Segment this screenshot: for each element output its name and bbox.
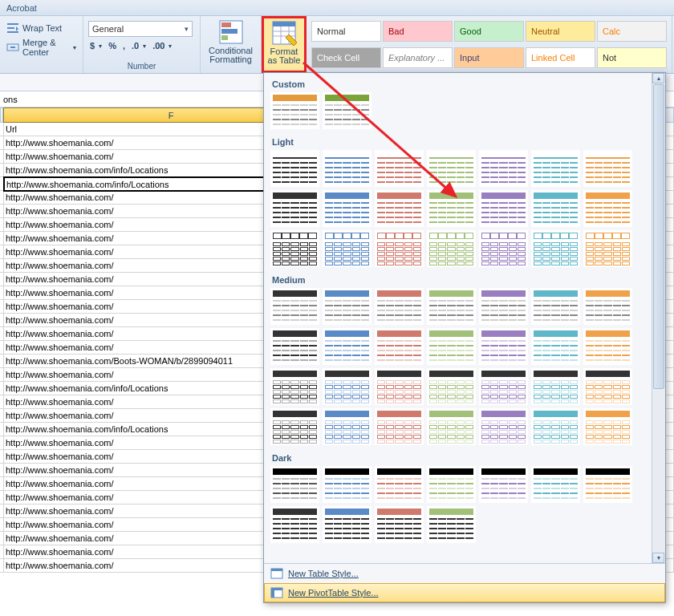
table-style-thumb[interactable] <box>531 328 580 365</box>
cell-style-normal[interactable]: Normal <box>311 21 381 42</box>
table-style-thumb[interactable] <box>270 92 319 129</box>
table-style-thumb[interactable] <box>270 230 319 267</box>
svg-rect-8 <box>221 35 228 40</box>
svg-rect-4 <box>10 47 15 48</box>
table-style-thumb[interactable] <box>375 368 424 405</box>
table-style-thumb[interactable] <box>375 408 424 445</box>
table-style-thumb[interactable] <box>375 466 424 503</box>
table-style-thumb[interactable] <box>270 328 319 365</box>
table-style-thumb[interactable] <box>531 230 580 267</box>
new-table-style-button[interactable]: New Table Style... <box>264 564 665 583</box>
table-style-thumb[interactable] <box>270 506 319 543</box>
cell-style-neutral[interactable]: Neutral <box>526 21 595 42</box>
table-style-thumb[interactable] <box>531 288 580 325</box>
table-style-thumb[interactable] <box>427 150 476 187</box>
table-style-thumb[interactable] <box>479 288 528 325</box>
cell-style-linkedcell[interactable]: Linked Cell <box>526 47 595 68</box>
table-style-thumb[interactable] <box>583 466 632 503</box>
wrap-text-button[interactable]: Wrap Text <box>5 21 63 35</box>
table-style-thumb[interactable] <box>323 150 372 187</box>
table-style-thumb[interactable] <box>427 506 476 543</box>
number-fmt-4[interactable]: .00▾ <box>151 40 173 51</box>
table-style-thumb[interactable] <box>531 150 580 187</box>
table-style-thumb[interactable] <box>270 150 319 187</box>
table-style-thumb[interactable] <box>427 408 476 445</box>
table-style-thumb[interactable] <box>427 368 476 405</box>
cell-style-calc[interactable]: Calc <box>597 21 667 42</box>
table-style-thumb[interactable] <box>583 150 632 187</box>
table-style-thumb[interactable] <box>583 230 632 267</box>
table-style-thumb[interactable] <box>323 92 372 129</box>
table-style-thumb[interactable] <box>531 368 580 405</box>
table-style-thumb[interactable] <box>375 150 424 187</box>
cell-style-input[interactable]: Input <box>454 47 524 68</box>
table-style-thumb[interactable] <box>479 150 528 187</box>
table-style-thumb[interactable] <box>479 408 528 445</box>
scroll-thumb[interactable] <box>653 84 664 389</box>
table-style-thumb[interactable] <box>375 230 424 267</box>
table-style-thumb[interactable] <box>270 408 319 445</box>
number-fmt-3[interactable]: .0▾ <box>130 40 148 51</box>
table-style-thumb[interactable] <box>479 230 528 267</box>
number-fmt-2[interactable]: , <box>121 40 127 51</box>
number-format-combo[interactable]: General <box>88 21 193 37</box>
format-as-table-button[interactable]: Format as Table <box>262 16 307 73</box>
table-style-thumb[interactable] <box>531 408 580 445</box>
table-style-thumb[interactable] <box>583 408 632 445</box>
number-fmt-1[interactable]: % <box>107 40 118 51</box>
table-style-thumb[interactable] <box>270 368 319 405</box>
merge-center-button[interactable]: Merge & Center ▾ <box>5 37 78 58</box>
table-style-thumb[interactable] <box>479 368 528 405</box>
cell-style-bad[interactable]: Bad <box>383 21 453 42</box>
cell-style-explanatory[interactable]: Explanatory ... <box>383 47 453 68</box>
svg-rect-7 <box>221 29 238 34</box>
table-style-thumb[interactable] <box>323 466 372 503</box>
table-style-thumb[interactable] <box>323 368 372 405</box>
table-style-thumb[interactable] <box>583 190 632 227</box>
number-fmt-0[interactable]: $▾ <box>88 40 104 51</box>
format-as-table-icon <box>271 20 297 46</box>
table-style-thumb[interactable] <box>583 328 632 365</box>
table-style-thumb[interactable] <box>270 288 319 325</box>
cell-style-not[interactable]: Not <box>597 47 667 68</box>
scroll-up-icon[interactable]: ▴ <box>652 73 664 83</box>
conditional-formatting-button[interactable]: Conditional Formatting <box>205 18 256 66</box>
table-style-thumb[interactable] <box>375 506 424 543</box>
table-style-thumb[interactable] <box>270 466 319 503</box>
table-style-thumb[interactable] <box>375 328 424 365</box>
cell-style-good[interactable]: Good <box>454 21 524 42</box>
table-style-thumb[interactable] <box>375 190 424 227</box>
table-style-thumb[interactable] <box>323 190 372 227</box>
table-style-thumb[interactable] <box>323 230 372 267</box>
table-style-thumb[interactable] <box>427 466 476 503</box>
svg-rect-16 <box>271 569 282 571</box>
table-style-thumb[interactable] <box>427 190 476 227</box>
table-icon <box>270 567 283 580</box>
wrap-text-icon <box>6 22 19 34</box>
table-style-thumb[interactable] <box>583 288 632 325</box>
table-style-thumb[interactable] <box>479 466 528 503</box>
table-style-thumb[interactable] <box>427 288 476 325</box>
table-style-thumb[interactable] <box>323 328 372 365</box>
table-style-thumb[interactable] <box>323 408 372 445</box>
table-style-thumb[interactable] <box>531 190 580 227</box>
table-style-thumb[interactable] <box>531 466 580 503</box>
table-style-thumb[interactable] <box>583 368 632 405</box>
scroll-down-icon[interactable]: ▾ <box>652 553 664 563</box>
svg-rect-1 <box>7 27 14 29</box>
table-style-thumb[interactable] <box>479 190 528 227</box>
new-pivottable-style-button[interactable]: New PivotTable Style... <box>264 583 665 602</box>
conditional-formatting-icon <box>218 19 244 45</box>
title-bar: Acrobat <box>0 0 674 16</box>
app-title: Acrobat <box>6 3 37 13</box>
table-style-thumb[interactable] <box>375 288 424 325</box>
table-style-thumb[interactable] <box>270 190 319 227</box>
svg-rect-6 <box>221 22 231 27</box>
cell-style-checkcell[interactable]: Check Cell <box>311 47 381 68</box>
gallery-scrollbar[interactable]: ▴ ▾ <box>652 73 665 563</box>
table-style-thumb[interactable] <box>323 288 372 325</box>
table-style-thumb[interactable] <box>479 328 528 365</box>
table-style-thumb[interactable] <box>427 328 476 365</box>
table-style-thumb[interactable] <box>427 230 476 267</box>
table-style-thumb[interactable] <box>323 506 372 543</box>
